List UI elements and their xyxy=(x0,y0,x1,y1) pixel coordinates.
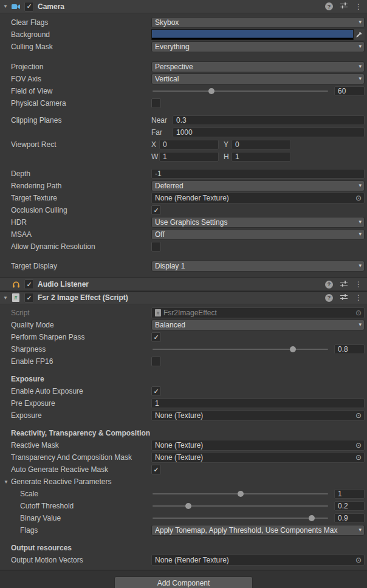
fsr2-enabled-checkbox[interactable]: ✓ xyxy=(24,293,34,303)
camera-component-header[interactable]: ▼ ✓ Camera ? ⋮ xyxy=(0,0,367,13)
presets-icon[interactable] xyxy=(340,293,348,303)
msaa-dropdown[interactable]: Off ▾ xyxy=(151,229,365,240)
hdr-value: Use Graphics Settings xyxy=(155,218,355,227)
field-of-view-slider[interactable] xyxy=(151,86,329,96)
audio-listener-title: Audio Listener xyxy=(38,280,325,289)
background-color-swatch[interactable] xyxy=(151,29,354,40)
flags-dropdown[interactable]: Apply Tonemap, Apply Threshold, Use Comp… xyxy=(151,525,365,536)
cutoff-threshold-slider[interactable] xyxy=(151,501,329,511)
output-motion-vectors-object-field[interactable]: None (Render Texture) ⊙ xyxy=(151,555,365,566)
exposure-row: Exposure None (Texture) ⊙ xyxy=(0,409,365,422)
fsr2-component-header[interactable]: ▼ # ✓ Fsr 2 Image Effect (Script) ? ⋮ xyxy=(0,291,367,304)
target-texture-label: Target Texture xyxy=(0,194,151,202)
near-input[interactable]: 0.3 xyxy=(173,115,365,125)
script-icon: # xyxy=(155,309,161,316)
target-texture-object-field[interactable]: None (Render Texture) ⊙ xyxy=(151,193,365,203)
slider-thumb[interactable] xyxy=(309,515,315,521)
script-value: Fsr2ImageEffect xyxy=(163,309,354,317)
slider-thumb[interactable] xyxy=(290,346,296,352)
enable-fp16-row: Enable FP16 xyxy=(0,355,365,368)
sharpness-input[interactable]: 0.8 xyxy=(334,344,365,354)
slider-thumb[interactable] xyxy=(185,503,191,509)
chevron-down-icon: ▾ xyxy=(358,75,362,81)
viewport-rect-xy-row: Viewport Rect X 0 Y 0 xyxy=(0,138,365,151)
help-icon[interactable]: ? xyxy=(325,2,333,10)
occlusion-culling-checkbox[interactable]: ✓ xyxy=(151,205,161,215)
generate-reactive-parameters-foldout[interactable]: ▼ Generate Reactive Parameters xyxy=(0,477,151,486)
clipping-planes-far-row: Far 1000 xyxy=(0,126,365,138)
object-picker-icon[interactable]: ⊙ xyxy=(354,454,363,461)
eyedropper-icon[interactable] xyxy=(354,29,365,40)
w-label: W xyxy=(151,152,159,161)
scale-slider[interactable] xyxy=(151,489,329,499)
more-menu-icon[interactable]: ⋮ xyxy=(355,281,362,288)
reactive-mask-object-field[interactable]: None (Texture) ⊙ xyxy=(151,440,365,451)
depth-row: Depth -1 xyxy=(0,168,365,180)
camera-enabled-checkbox[interactable]: ✓ xyxy=(24,2,34,12)
enable-fp16-checkbox[interactable] xyxy=(151,357,161,366)
more-menu-icon[interactable]: ⋮ xyxy=(355,3,362,10)
far-input[interactable]: 1000 xyxy=(173,128,365,137)
help-icon[interactable]: ? xyxy=(325,281,333,289)
enable-auto-exposure-checkbox[interactable]: ✓ xyxy=(151,386,161,396)
viewport-y-input[interactable]: 0 xyxy=(232,140,291,149)
sharpness-slider[interactable] xyxy=(151,344,329,354)
y-label: Y xyxy=(224,140,232,149)
viewport-h-input[interactable]: 1 xyxy=(232,152,291,162)
exposure-object-field[interactable]: None (Texture) ⊙ xyxy=(151,410,365,421)
script-object-field[interactable]: # Fsr2ImageEffect ⊙ xyxy=(151,307,365,318)
presets-icon[interactable] xyxy=(340,1,348,12)
depth-input[interactable]: -1 xyxy=(151,169,365,179)
projection-row: Projection Perspective ▾ xyxy=(0,61,365,73)
viewport-w-input[interactable]: 1 xyxy=(159,152,219,162)
transparency-mask-object-field[interactable]: None (Texture) ⊙ xyxy=(151,452,365,463)
transparency-mask-label: Transparency And Composition Mask xyxy=(0,453,151,462)
quality-mode-label: Quality Mode xyxy=(0,321,151,329)
field-of-view-input[interactable]: 60 xyxy=(334,86,365,96)
foldout-arrow-icon[interactable]: ▼ xyxy=(4,479,11,485)
audio-listener-component-header[interactable]: ✓ Audio Listener ? ⋮ xyxy=(0,278,367,291)
perform-sharpen-pass-checkbox[interactable]: ✓ xyxy=(151,332,161,342)
add-component-button[interactable]: Add Component xyxy=(114,576,253,588)
slider-thumb[interactable] xyxy=(238,491,244,497)
auto-generate-reactive-mask-row: Auto Generate Reactive Mask ✓ xyxy=(0,463,365,476)
presets-icon[interactable] xyxy=(340,279,348,290)
more-menu-icon[interactable]: ⋮ xyxy=(355,294,362,301)
binary-value-input[interactable]: 0.9 xyxy=(334,513,365,523)
allow-dynamic-resolution-checkbox[interactable] xyxy=(151,242,161,251)
msaa-label: MSAA xyxy=(0,230,151,239)
physical-camera-checkbox[interactable] xyxy=(151,98,161,108)
viewport-x-input[interactable]: 0 xyxy=(159,140,219,149)
cutoff-threshold-input[interactable]: 0.2 xyxy=(334,501,365,511)
target-display-label: Target Display xyxy=(0,262,151,270)
pre-exposure-input[interactable]: 1 xyxy=(151,398,365,408)
slider-thumb[interactable] xyxy=(208,88,214,94)
object-picker-icon[interactable]: ⊙ xyxy=(354,442,363,449)
binary-value-slider[interactable] xyxy=(151,513,329,523)
clear-flags-dropdown[interactable]: Skybox ▾ xyxy=(151,17,365,28)
object-picker-icon[interactable]: ⊙ xyxy=(354,412,363,419)
target-display-dropdown[interactable]: Display 1 ▾ xyxy=(151,261,365,272)
foldout-arrow-icon[interactable]: ▼ xyxy=(3,295,11,301)
rendering-path-dropdown[interactable]: Deferred ▾ xyxy=(151,180,365,191)
object-picker-icon[interactable]: ⊙ xyxy=(354,556,363,564)
object-picker-icon[interactable]: ⊙ xyxy=(354,309,363,316)
exposure-value: None (Texture) xyxy=(155,411,354,420)
rendering-path-label: Rendering Path xyxy=(0,182,151,190)
fov-axis-value: Vertical xyxy=(155,75,355,83)
audio-listener-enabled-checkbox[interactable]: ✓ xyxy=(24,279,34,289)
hdr-dropdown[interactable]: Use Graphics Settings ▾ xyxy=(151,217,365,228)
rendering-path-value: Deferred xyxy=(155,182,355,190)
quality-mode-dropdown[interactable]: Balanced ▾ xyxy=(151,320,365,330)
culling-mask-dropdown[interactable]: Everything ▾ xyxy=(151,41,365,52)
auto-generate-reactive-mask-checkbox[interactable]: ✓ xyxy=(151,465,161,474)
pre-exposure-label: Pre Exposure xyxy=(0,399,151,408)
output-resources-section-title: Output resources xyxy=(0,544,72,552)
enable-fp16-label: Enable FP16 xyxy=(0,357,151,366)
foldout-arrow-icon[interactable]: ▼ xyxy=(3,4,11,9)
projection-dropdown[interactable]: Perspective ▾ xyxy=(151,61,365,72)
scale-input[interactable]: 1 xyxy=(334,489,365,499)
help-icon[interactable]: ? xyxy=(325,294,333,302)
object-picker-icon[interactable]: ⊙ xyxy=(354,194,363,202)
fov-axis-dropdown[interactable]: Vertical ▾ xyxy=(151,74,365,84)
